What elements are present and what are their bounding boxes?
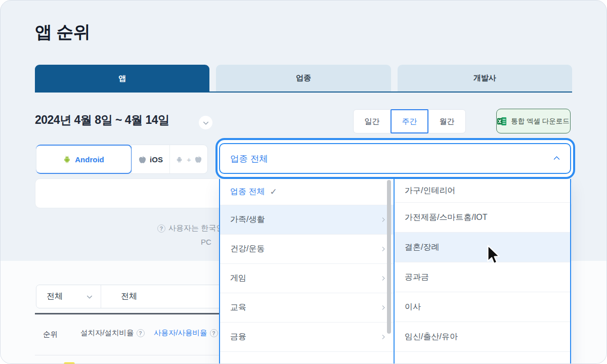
- category-item-label: 교육: [230, 302, 246, 313]
- chevron-up-icon: [553, 156, 560, 163]
- platform-android-button[interactable]: Android: [36, 145, 132, 174]
- tab-developer[interactable]: 개발사: [398, 65, 572, 92]
- android-icon-gray: [176, 156, 183, 163]
- subcategory-item-label: 가전제품/스마트홈/IOT: [405, 212, 488, 223]
- subcategory-item-label: 임신/출산/유아: [405, 332, 458, 342]
- platform-ios-label: iOS: [150, 155, 163, 164]
- category-item-label: 건강/운동: [230, 244, 265, 254]
- excel-download-label: 통합 엑셀 다운로드: [511, 117, 570, 126]
- app-filter-select-1[interactable]: 전체: [36, 285, 101, 308]
- column-header-installs: 설치자/설치비율 ?: [80, 328, 145, 338]
- platform-ios-button[interactable]: iOS: [132, 145, 169, 173]
- platform-toggle: Android iOS +: [36, 145, 208, 174]
- category-dropdown-panel: 업종 전체 ✓ 가족/생활 건강/운동 게임 교육 금융: [219, 179, 571, 364]
- period-weekly-button[interactable]: 주간: [391, 109, 428, 133]
- chevron-right-icon: [380, 305, 385, 310]
- column-header-rank: 순위: [43, 330, 58, 339]
- category-item-label: 업종 전체: [230, 187, 265, 197]
- platform-combined-button[interactable]: +: [169, 145, 207, 173]
- tab-app[interactable]: 앱: [35, 65, 209, 93]
- column-header-users[interactable]: 사용자/사용비율 ?: [154, 328, 218, 338]
- apple-icon: [139, 155, 146, 164]
- category-item-label: 게임: [230, 273, 246, 284]
- app-ranking-page: 앱 순위 앱 업종 개발사 2024년 4월 8일 ~ 4월 14일 일간 주간…: [0, 0, 607, 364]
- category-dropdown-value: 업종 전체: [230, 153, 268, 165]
- app-filter-select-2[interactable]: 전체: [101, 291, 137, 302]
- dropdown-scrollbar[interactable]: [387, 180, 391, 334]
- category-item-family-life[interactable]: 가족/생활: [220, 205, 394, 235]
- tab-developer-label: 개발사: [473, 73, 496, 83]
- period-monthly-button[interactable]: 월간: [428, 109, 466, 133]
- helper-note-text: 사용자는 한국인: [168, 223, 224, 233]
- subcategory-item-label: 이사: [405, 302, 421, 312]
- period-monthly-label: 월간: [440, 117, 455, 126]
- question-icon[interactable]: ?: [210, 329, 218, 337]
- subcategory-item-utility-bills[interactable]: 공과금: [395, 262, 570, 292]
- category-item-label: 가족/생활: [230, 214, 265, 225]
- page-title: 앱 순위: [35, 21, 90, 44]
- subcategory-item-label: 공과금: [405, 272, 429, 283]
- category-item-finance[interactable]: 금융: [220, 323, 394, 352]
- period-daily-label: 일간: [365, 117, 380, 126]
- android-icon: [63, 155, 71, 164]
- question-icon[interactable]: ?: [137, 329, 145, 337]
- date-dropdown-button[interactable]: [199, 116, 212, 129]
- excel-icon: [497, 117, 507, 126]
- question-icon: ?: [157, 224, 165, 233]
- main-tabs: 앱 업종 개발사: [35, 65, 572, 93]
- chevron-right-icon: [380, 217, 385, 222]
- period-weekly-label: 주간: [402, 117, 417, 126]
- helper-note-line2: PC: [201, 238, 211, 246]
- platform-android-label: Android: [75, 155, 104, 164]
- period-toggle: 일간 주간 월간: [353, 109, 466, 133]
- period-daily-button[interactable]: 일간: [353, 109, 391, 133]
- chevron-right-icon: [380, 247, 385, 252]
- tab-industry-label: 업종: [296, 73, 311, 83]
- category-item-label: 금융: [230, 332, 246, 342]
- category-dropdown-trigger[interactable]: 업종 전체: [219, 143, 571, 174]
- app-filter-select-1-value: 전체: [47, 291, 63, 302]
- category-item-games[interactable]: 게임: [220, 264, 394, 293]
- subcategory-item-label: 결혼/장례: [405, 242, 439, 253]
- tab-app-label: 앱: [118, 74, 126, 83]
- column-header-installs-label: 설치자/설치비율: [80, 328, 134, 338]
- chevron-right-icon: [380, 276, 385, 281]
- app-filter-select-2-value: 전체: [121, 292, 137, 300]
- category-item-health-fitness[interactable]: 건강/운동: [220, 235, 394, 264]
- category-item-education[interactable]: 교육: [220, 293, 394, 323]
- column-header-users-label: 사용자/사용비율: [154, 328, 207, 338]
- subcategory-item-wedding-funeral[interactable]: 결혼/장례: [395, 233, 570, 262]
- subcategory-item-appliances-smarthome-iot[interactable]: 가전제품/스마트홈/IOT: [395, 203, 570, 233]
- subcategory-item-furniture-interior[interactable]: 가구/인테리어: [395, 179, 570, 203]
- subcategory-item-pregnancy-childbirth-baby[interactable]: 임신/출산/유아: [395, 322, 570, 352]
- category-list-left: 업종 전체 ✓ 가족/생활 건강/운동 게임 교육 금융: [220, 179, 394, 364]
- subcategory-item-moving[interactable]: 이사: [395, 292, 570, 322]
- check-icon: ✓: [270, 187, 277, 197]
- subcategory-item-label: 가구/인테리어: [405, 186, 455, 196]
- apple-icon-gray: [195, 155, 202, 163]
- category-item-all[interactable]: 업종 전체 ✓: [220, 179, 394, 205]
- platform-combined-separator: +: [187, 155, 191, 164]
- chevron-down-icon: [203, 119, 208, 124]
- chevron-right-icon: [380, 335, 385, 340]
- helper-note-line1: ? 사용자는 한국인: [157, 223, 224, 233]
- category-list-right: 가구/인테리어 가전제품/스마트홈/IOT 결혼/장례 공과금 이사 임신/출산…: [395, 179, 570, 364]
- date-range-label: 2024년 4월 8일 ~ 4월 14일: [35, 112, 169, 128]
- tab-industry[interactable]: 업종: [216, 65, 391, 92]
- chevron-down-icon: [86, 293, 92, 298]
- excel-download-button[interactable]: 통합 엑셀 다운로드: [496, 109, 571, 133]
